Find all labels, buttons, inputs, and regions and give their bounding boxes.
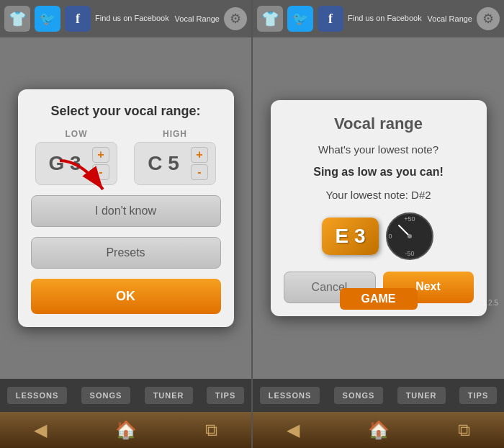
- left-panel: 👕 🐦 f Find us on Facebook Vocal Range ⚙ …: [0, 0, 251, 448]
- lowest-note-result: Your lowest note: D#2: [284, 189, 474, 201]
- presets-button[interactable]: Presets: [31, 237, 221, 269]
- left-bottom-nav: LESSONS SONGS TUNER TIPS: [0, 379, 251, 412]
- dont-know-button[interactable]: I don't know: [31, 195, 221, 227]
- low-plus-button[interactable]: +: [92, 147, 109, 163]
- low-label: LOW: [66, 129, 88, 139]
- high-note-box: C 5 + -: [134, 142, 216, 185]
- windows-icon[interactable]: ⧉: [205, 420, 217, 440]
- tuner-nav-button[interactable]: TUNER: [145, 387, 193, 404]
- vocal-range-info-dialog: Vocal range What's your lowest note? Sin…: [271, 100, 487, 316]
- facebook-label: Find us on Facebook: [95, 14, 169, 23]
- windows-icon-right[interactable]: ⧉: [458, 420, 470, 440]
- low-note-value: G 3: [43, 152, 86, 175]
- high-label: HIGH: [163, 129, 187, 139]
- facebook-icon[interactable]: f: [65, 6, 91, 32]
- low-minus-button[interactable]: -: [92, 164, 109, 180]
- left-main-area: Select your vocal range: LOW G 3 + - HIG…: [0, 37, 251, 379]
- vocal-range-label: Vocal Range: [175, 14, 220, 23]
- low-note-controls: + -: [92, 147, 109, 180]
- tips-nav-button[interactable]: TIPS: [207, 387, 244, 404]
- shirt-icon[interactable]: 👕: [4, 6, 30, 32]
- gear-icon-right[interactable]: ⚙: [477, 7, 500, 30]
- home-icon-right[interactable]: 🏠: [368, 420, 390, 440]
- low-note-box: G 3 + -: [35, 142, 117, 185]
- note-display: E 3 +50 -50 0: [284, 211, 474, 261]
- note-badge: E 3: [322, 218, 378, 255]
- svg-text:+50: +50: [404, 215, 415, 223]
- game-label: GAME: [340, 288, 418, 310]
- high-note-col: HIGH C 5 + -: [134, 129, 216, 185]
- right-main-area: GAME 1.2.5 Vocal range What's your lowes…: [253, 37, 504, 379]
- twitter-icon[interactable]: 🐦: [35, 6, 60, 32]
- svg-text:0: 0: [388, 233, 392, 240]
- lowest-note-question: What's your lowest note?: [284, 143, 474, 156]
- right-footer-bar: ◀ 🏠 ⧉: [253, 412, 504, 448]
- left-top-bar: 👕 🐦 f Find us on Facebook Vocal Range ⚙: [0, 0, 251, 37]
- songs-nav-button-right[interactable]: SONGS: [334, 387, 384, 404]
- lessons-nav-button-right[interactable]: LESSONS: [260, 387, 320, 404]
- home-icon[interactable]: 🏠: [115, 420, 137, 440]
- tuner-nav-button-right[interactable]: TUNER: [397, 387, 446, 404]
- shirt-icon-right[interactable]: 👕: [257, 6, 283, 32]
- vocal-range-dialog: Select your vocal range: LOW G 3 + - HIG…: [18, 89, 234, 327]
- right-top-bar: 👕 🐦 f Find us on Facebook Vocal Range ⚙: [253, 0, 504, 37]
- vocal-range-dialog-title: Vocal range: [284, 115, 474, 133]
- low-note-col: LOW G 3 + -: [35, 129, 117, 185]
- back-icon[interactable]: ◀: [34, 420, 47, 440]
- svg-text:-50: -50: [405, 250, 414, 257]
- right-bottom-nav: LESSONS SONGS TUNER TIPS: [253, 379, 504, 412]
- back-icon-right[interactable]: ◀: [287, 420, 300, 440]
- note-selectors: LOW G 3 + - HIGH C 5 +: [31, 129, 221, 185]
- dialog-title: Select your vocal range:: [31, 104, 221, 119]
- high-note-value: C 5: [142, 152, 185, 175]
- svg-point-6: [408, 234, 412, 238]
- vocal-range-label-right: Vocal Range: [428, 14, 472, 23]
- version-label: 1.2.5: [482, 299, 498, 307]
- left-footer-bar: ◀ 🏠 ⧉: [0, 412, 251, 448]
- tuner-knob: +50 -50 0: [384, 211, 435, 261]
- high-minus-button[interactable]: -: [191, 164, 208, 180]
- twitter-icon-right[interactable]: 🐦: [287, 6, 313, 32]
- songs-nav-button[interactable]: SONGS: [81, 387, 131, 404]
- high-note-controls: + -: [191, 147, 208, 180]
- sing-low-instruction: Sing as low as you can!: [284, 166, 474, 179]
- ok-button[interactable]: OK: [31, 279, 221, 314]
- tips-nav-button-right[interactable]: TIPS: [459, 387, 497, 404]
- gear-icon[interactable]: ⚙: [224, 7, 247, 30]
- right-panel: 👕 🐦 f Find us on Facebook Vocal Range ⚙ …: [253, 0, 504, 448]
- high-plus-button[interactable]: +: [191, 147, 208, 163]
- lessons-nav-button[interactable]: LESSONS: [7, 387, 68, 404]
- facebook-icon-right[interactable]: f: [318, 6, 343, 32]
- facebook-label-right: Find us on Facebook: [348, 14, 422, 23]
- dont-know-section: I don't know: [31, 195, 221, 227]
